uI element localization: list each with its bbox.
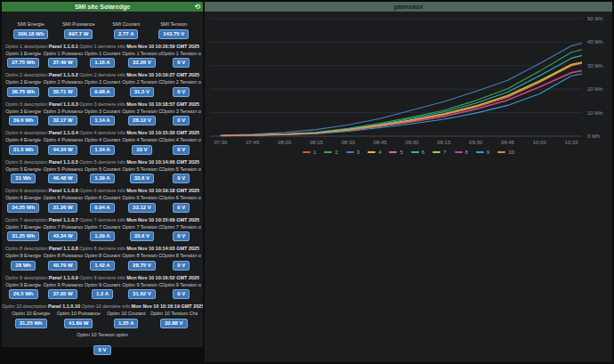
x-tick-label: 09:30 xyxy=(469,140,483,145)
legend-item-1[interactable]: 1 xyxy=(303,150,316,155)
optim-label: Optim 7 Courant xyxy=(83,224,122,230)
optim-value-badge: 36.75 Wh xyxy=(7,87,39,97)
summary-label: SMI Puissance xyxy=(55,21,103,27)
optim-badges-row: 39.6 Wh32.17 W1.14 A28.12 V0 V xyxy=(2,116,203,125)
smi-site-panel-header[interactable]: SMI site Solaredge ⟲ xyxy=(2,2,203,12)
optim-label: Optim 9 Courant xyxy=(83,282,122,287)
series-line-9 xyxy=(221,74,582,136)
dashboard: SMI site Solaredge ⟲ SMI EnergieSMI Puis… xyxy=(0,0,614,364)
legend-label: 1 xyxy=(313,150,316,155)
panneaux-panel-header[interactable]: panneaux xyxy=(205,2,612,12)
optim-label: Optim 10 Energie xyxy=(7,311,55,316)
y-tick-label: 0 Wh xyxy=(587,133,600,139)
optim-label: Optim 9 Energie xyxy=(4,282,43,287)
optim-label: Optim 8 Tension optim xyxy=(162,253,201,258)
x-tick-label: 09:45 xyxy=(501,140,515,145)
optim-label: Optim 1 Courant xyxy=(83,51,122,56)
optim-info-label: Optim 7 dernière info xyxy=(78,217,126,222)
optim-block: Optim 3 description Panel 1.1.0.3 Optim … xyxy=(2,101,203,126)
optim-value-badge: 1.39 A xyxy=(90,174,114,183)
optim-desc-prefix: Optim 10 description xyxy=(2,303,48,309)
optim-info-label: Optim 5 dernière info xyxy=(78,159,126,165)
optim-value-badge: 26.5 Wh xyxy=(9,289,38,299)
optim-label: Optim 5 Energie xyxy=(4,166,43,172)
legend-item-9[interactable]: 9 xyxy=(476,150,489,155)
optim-block: Optim 5 description Panel 1.1.0.5 Optim … xyxy=(2,159,203,184)
optim-info-label: Optim 9 dernière info xyxy=(78,275,126,280)
optim-label: Optim 6 Courant xyxy=(83,195,122,200)
smi-site-panel-title[interactable]: SMI site Solaredge xyxy=(75,4,130,10)
optim-info-date: Mon Nov 10 10:16:19 GMT 2025 xyxy=(132,303,203,309)
optim-desc: Optim 3 description Panel 1.1.0.3 Optim … xyxy=(2,101,203,107)
summary-label: SMI Energie xyxy=(7,21,55,27)
optim-panel-id: Panel 1.1.0.7 xyxy=(49,217,78,222)
summary-label: SMI Courant xyxy=(102,21,150,27)
optim-label: Optim 2 Tension Chaine xyxy=(122,79,161,85)
legend-item-8[interactable]: 8 xyxy=(455,150,468,155)
refresh-icon[interactable]: ⟲ xyxy=(194,3,200,11)
optim-info-date: Mon Nov 10 10:19:18 GMT 2025 xyxy=(126,188,199,193)
optim-desc: Optim 6 description Panel 1.1.0.6 Optim … xyxy=(2,188,203,193)
optim-value-badge: 46.48 W xyxy=(48,174,77,183)
summary-value-badge: 2.77 A xyxy=(114,29,138,39)
legend-item-5[interactable]: 5 xyxy=(389,150,402,155)
optim-info-date: Mon Nov 10 10:15:30 GMT 2025 xyxy=(126,130,199,135)
optim-label: Optim 1 Tension chaine xyxy=(122,51,161,56)
optim-labels-row: Optim 9 EnergieOptim 9 PuissanceOptim 9 … xyxy=(2,282,203,287)
legend-item-4[interactable]: 4 xyxy=(368,150,381,155)
smi-site-panel: SMI site Solaredge ⟲ SMI EnergieSMI Puis… xyxy=(2,2,203,347)
summary-value-badge: 306.18 Wh xyxy=(13,29,48,39)
optim-labels-row: Optim 7 EnergieOptim 7 PuissanceOptim 7 … xyxy=(2,224,203,230)
optim-badges-row: 31 Wh46.48 W1.39 A33.6 V0 V xyxy=(2,174,203,183)
legend-swatch xyxy=(455,151,463,153)
summary-value-badge: 143.75 V xyxy=(158,29,189,39)
optim-value-badge: 33.6 V xyxy=(130,231,154,241)
legend-item-2[interactable]: 2 xyxy=(324,150,337,155)
legend-item-6[interactable]: 6 xyxy=(411,150,424,155)
optim-labels-row: Optim 8 EnergieOptim 8 PuissanceOptim 8 … xyxy=(2,253,203,258)
legend-item-7[interactable]: 7 xyxy=(432,150,446,155)
line-chart: 0 Wh10 Wh20 Wh30 Wh40 Wh50 Wh07:3007:450… xyxy=(205,12,612,147)
optim-panel-id: Panel 1.1.0.6 xyxy=(49,188,78,193)
optim-desc: Optim 8 description Panel 1.1.0.8 Optim … xyxy=(2,246,203,251)
optim-value-badge: 31.25 Wh xyxy=(15,319,47,328)
optim-value-badge: 0.98 A xyxy=(90,87,114,97)
x-tick-label: 08:30 xyxy=(342,140,356,145)
optim-info-date: Mon Nov 10 10:16:59 GMT 2025 xyxy=(126,44,199,49)
optim-label: Optim 4 Tension Chaine xyxy=(122,137,161,142)
optim-labels-row: Optim 1 EnergieOptim 1 PuissanceOptim 1 … xyxy=(2,51,203,56)
optim-desc-prefix: Optim 4 description xyxy=(5,130,49,135)
legend-label: 8 xyxy=(465,150,468,155)
optim-value-badge: 0 V xyxy=(173,145,190,155)
optim-block: Optim 10 description Panel 1.1.0.10 Opti… xyxy=(2,303,203,355)
optim-value-badge: 27.75 Wh xyxy=(7,58,39,68)
optim-value-badge: 37.95 W xyxy=(48,289,77,299)
optim-block: Optim 9 description Panel 1.1.0.9 Optim … xyxy=(2,275,203,300)
optim-badges-row: 34.25 Wh31.26 W0.94 A33.12 V0 V xyxy=(2,203,203,213)
optim-value-badge: 32.26 V xyxy=(128,58,156,68)
optim-label: Optim 6 Tension optim xyxy=(162,195,201,200)
x-tick-label: 07:30 xyxy=(214,140,228,145)
x-tick-label: 10:00 xyxy=(533,140,547,145)
optim-label: Optim 8 Tension Chaine xyxy=(122,253,161,258)
legend-item-3[interactable]: 3 xyxy=(346,150,360,155)
optim-block: Optim 2 description Panel 1.1.0.2 Optim … xyxy=(2,72,203,97)
optim-panel-id: Panel 1.1.0.5 xyxy=(49,159,78,165)
optim-badges-row: 31.25 Wh41.69 W1.25 A32.88 V xyxy=(2,319,203,328)
legend-swatch xyxy=(389,151,397,153)
panneaux-panel-title[interactable]: panneaux xyxy=(394,4,424,10)
legend-item-10[interactable]: 10 xyxy=(497,150,514,155)
optim-label: Optim 10 Courant xyxy=(102,311,150,316)
optim-info-date: Mon Nov 10 10:16:52 GMT 2025 xyxy=(126,275,199,280)
optim-label: Optim 1 Tension optim xyxy=(162,51,201,56)
optim-value-badge: 31.62 V xyxy=(128,289,156,299)
optim-badges-row: 31.5 Wh44.34 W1.34 A33 V0 V xyxy=(2,145,203,155)
x-tick-label: 08:00 xyxy=(278,140,292,145)
optim-label: Optim 1 Energie xyxy=(4,51,43,56)
optim-value-badge: 1.42 A xyxy=(90,261,114,271)
optim-desc: Optim 7 description Panel 1.1.0.7 Optim … xyxy=(2,217,203,222)
y-tick-label: 40 Wh xyxy=(587,39,602,44)
optim-label: Optim 9 Tension optim xyxy=(162,282,201,287)
optim-value-badge: 1.16 A xyxy=(90,58,114,68)
legend-swatch xyxy=(368,151,376,153)
